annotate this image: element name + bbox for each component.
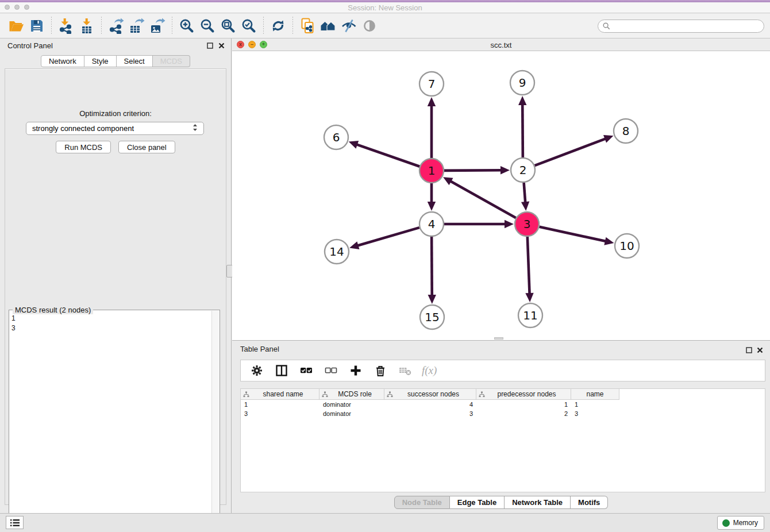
toolbar-separator — [101, 17, 102, 35]
import-table-icon[interactable] — [76, 16, 97, 36]
select-all-icon[interactable] — [298, 363, 314, 379]
arrowhead-1-2 — [500, 166, 510, 174]
deselect-all-icon[interactable] — [323, 363, 339, 379]
zoom-in-icon[interactable] — [176, 16, 197, 36]
show-details-icon[interactable] — [359, 16, 380, 36]
arrowhead-4-15 — [428, 295, 436, 304]
table-panel-title: Table Panel — [240, 345, 279, 353]
mcds-result-line: 3 — [11, 323, 210, 333]
criterion-select[interactable]: strongly connected component — [26, 122, 204, 135]
hide-details-icon[interactable] — [338, 16, 359, 36]
clone-network-icon[interactable] — [297, 16, 318, 36]
float-table-panel-icon[interactable] — [746, 345, 752, 356]
column-header-name[interactable]: name — [571, 389, 619, 400]
tab-select[interactable]: Select — [117, 55, 153, 67]
canvas-resize-grip[interactable] — [494, 337, 503, 340]
table-cell: 1 — [241, 400, 319, 409]
edge-4-15[interactable] — [432, 237, 432, 296]
optimization-criterion-label: Optimization criterion: — [5, 109, 226, 118]
search-input[interactable] — [613, 22, 759, 30]
export-image-icon[interactable] — [147, 16, 168, 36]
criterion-value: strongly connected component — [32, 124, 134, 133]
column-header-shared-name[interactable]: shared name — [241, 389, 319, 400]
float-panel-icon[interactable] — [206, 42, 214, 49]
node-table[interactable]: shared nameMCDS rolesuccessor nodesprede… — [240, 388, 765, 492]
zoom-fit-icon[interactable] — [218, 16, 238, 36]
network-view-window: x – + scc.txt 7968124314101511 — [232, 38, 770, 340]
node-label-6: 6 — [333, 130, 340, 144]
session-title: Session: New Session — [0, 3, 770, 12]
mcds-result-line: 1 — [11, 314, 210, 323]
toolbar-separator — [172, 17, 172, 35]
list-icon — [10, 518, 20, 527]
close-panel-button[interactable]: Close panel — [118, 141, 175, 153]
node-label-9: 9 — [519, 76, 526, 90]
node-label-2: 2 — [519, 163, 527, 177]
edge-1-6[interactable] — [356, 144, 419, 167]
tab-motifs[interactable]: Motifs — [571, 496, 608, 509]
column-header-successor-nodes[interactable]: successor nodes — [384, 389, 476, 400]
tab-network[interactable]: Network — [41, 55, 84, 67]
refresh-layout-icon[interactable] — [268, 16, 288, 36]
home-view-icon[interactable] — [318, 16, 338, 36]
search-icon — [603, 22, 610, 30]
delete-icon[interactable] — [372, 363, 388, 379]
memory-button[interactable]: Memory — [717, 516, 764, 530]
arrowhead-1-6 — [349, 141, 359, 149]
edge-3-1[interactable] — [449, 181, 515, 218]
tab-network-table[interactable]: Network Table — [505, 496, 571, 509]
edge-3-10[interactable] — [539, 227, 606, 242]
edge-2-9[interactable] — [522, 103, 523, 157]
column-header-predecessor-nodes[interactable]: predecessor nodes — [476, 389, 571, 400]
table-row[interactable]: 1dominator411 — [241, 400, 765, 409]
function-builder-icon[interactable]: f(x) — [422, 364, 437, 377]
zoom-out-icon[interactable] — [197, 16, 218, 36]
close-panel-icon[interactable] — [218, 42, 225, 49]
table-cell: 1 — [571, 400, 619, 409]
zoom-selected-icon[interactable] — [238, 16, 259, 36]
tab-node-table[interactable]: Node Table — [394, 496, 450, 509]
split-column-icon[interactable] — [274, 363, 290, 379]
arrowhead-2-9 — [518, 96, 526, 105]
open-session-icon[interactable] — [6, 16, 26, 36]
arrowhead-2-8 — [603, 135, 614, 142]
add-icon[interactable] — [348, 363, 364, 379]
column-header-MCDS-role[interactable]: MCDS role — [319, 389, 384, 400]
hierarchy-icon — [387, 391, 393, 398]
run-mcds-button[interactable]: Run MCDS — [56, 141, 111, 153]
arrowhead-4-14 — [349, 241, 359, 249]
task-history-button[interactable] — [6, 516, 24, 529]
main-toolbar — [0, 14, 770, 38]
edge-4-14[interactable] — [357, 228, 419, 246]
mcds-result-title: MCDS result (2 nodes) — [13, 306, 93, 314]
table-cell: 3 — [241, 409, 319, 418]
edge-1-2[interactable] — [444, 170, 502, 171]
tab-style[interactable]: Style — [84, 55, 117, 67]
import-network-icon[interactable] — [56, 16, 76, 36]
network-canvas[interactable]: 7968124314101511 — [232, 51, 770, 340]
edge-2-3[interactable] — [524, 183, 526, 203]
edge-2-8[interactable] — [535, 138, 607, 165]
mcds-tab-content: Optimization criterion: strongly connect… — [5, 68, 226, 505]
arrowhead-4-3 — [505, 220, 514, 228]
table-cell: dominator — [319, 400, 384, 409]
export-network-icon[interactable] — [106, 16, 126, 36]
delete-table-icon[interactable] — [397, 363, 413, 379]
table-row[interactable]: 3dominator323 — [241, 409, 765, 418]
export-table-icon[interactable] — [126, 16, 147, 36]
node-label-10: 10 — [619, 239, 634, 253]
gear-icon[interactable] — [249, 363, 265, 379]
table-cell: 4 — [384, 400, 476, 409]
node-label-8: 8 — [622, 124, 630, 138]
memory-status-icon — [722, 519, 730, 527]
tab-mcds[interactable]: MCDS — [153, 55, 190, 67]
tab-edge-table[interactable]: Edge Table — [450, 496, 505, 509]
result-scrollbar[interactable] — [211, 311, 219, 525]
edge-3-11[interactable] — [528, 237, 530, 295]
save-session-icon[interactable] — [26, 16, 47, 36]
mcds-result-box: MCDS result (2 nodes) 13 — [9, 310, 220, 526]
arrowhead-2-3 — [521, 202, 529, 211]
mcds-result-list: 13 — [11, 314, 210, 523]
search-box[interactable] — [598, 20, 764, 33]
close-table-panel-icon[interactable] — [757, 345, 763, 356]
